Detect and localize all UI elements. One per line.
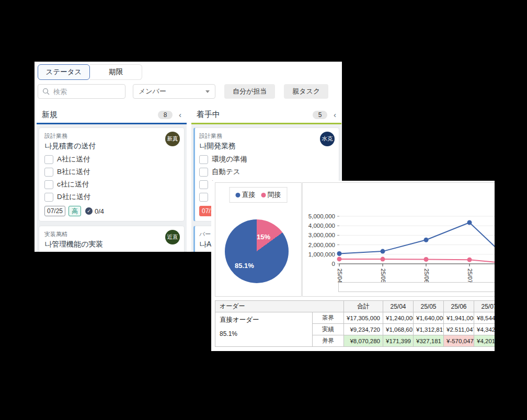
checklist-item: 自動テス: [199, 167, 334, 177]
member-dropdown[interactable]: メンバー: [133, 84, 215, 99]
checklist-progress: ✓0/4: [85, 207, 104, 215]
column-count-badge: 5: [313, 111, 327, 119]
checklist-item: B社に送付: [44, 167, 179, 177]
table-header-cell: 25/04: [383, 301, 414, 312]
value-cell: ¥171,399: [383, 335, 414, 347]
assignee-avatar: 新真: [165, 132, 180, 146]
search-input[interactable]: [52, 87, 117, 96]
card-title: 나開発業務: [199, 142, 334, 151]
table-header-order: オーダー: [215, 301, 344, 312]
member-dropdown-value: メンバー: [139, 87, 166, 96]
value-cell: ¥1,941,000: [444, 312, 474, 324]
card-category: 設計業務: [199, 132, 334, 140]
svg-text:25/04: 25/04: [337, 269, 343, 283]
checklist-item: A社に送付: [44, 155, 179, 164]
checkbox[interactable]: [44, 193, 53, 202]
search-icon: [42, 88, 50, 95]
collapse-chevron-icon[interactable]: ‹: [334, 111, 336, 119]
checklist-label: D社に送付: [57, 192, 90, 202]
pie-slice-label-indirect: 15%: [257, 233, 270, 241]
checklist-item: 環境の準備: [199, 155, 334, 164]
pie-slice-label-direct: 85.1%: [235, 262, 254, 270]
legend-dot-icon: [236, 193, 240, 197]
svg-text:5,000,000: 5,000,000: [308, 213, 335, 219]
assigned-to-me-button[interactable]: 自分が担当: [224, 84, 275, 99]
collapse-chevron-icon[interactable]: ‹: [179, 111, 181, 119]
row-label: 并界: [313, 335, 344, 347]
column-count-badge: 8: [158, 111, 173, 119]
task-card[interactable]: 設計業務新真나見積書の送付A社に送付B社に送付c社に送付D社に送付07/25高✓…: [39, 127, 185, 221]
column-header: 新規8‹: [37, 107, 187, 124]
order-summary-table: オーダー合計25/0425/0525/0625/07直接オーダー85.1%茶界¥…: [215, 300, 495, 347]
legend-label: 間接: [268, 190, 281, 200]
checkbox[interactable]: [44, 168, 53, 177]
column-header: 着手中5‹: [191, 107, 341, 124]
table-header-row: オーダー合計25/0425/0525/0625/07: [215, 301, 495, 312]
checkbox[interactable]: [199, 155, 208, 164]
search-box[interactable]: [38, 84, 125, 99]
checkbox[interactable]: [199, 168, 208, 177]
checkbox[interactable]: [44, 155, 53, 164]
progress-check-icon: ✓: [85, 207, 93, 215]
checklist-item: c社に送付: [44, 180, 179, 189]
svg-text:25/05: 25/05: [380, 269, 386, 283]
checklist-label: c社に送付: [57, 180, 89, 189]
value-cell: ¥9,234,720: [344, 324, 383, 335]
svg-text:2,000,000: 2,000,000: [308, 242, 335, 248]
datazoom-slider[interactable]: [338, 282, 495, 292]
value-cell: ¥2.511,047: [444, 324, 474, 335]
column-body: 設計業務新真나見積書の送付A社に送付B社に送付c社に送付D社に送付07/25高✓…: [37, 124, 187, 252]
table-header-cell: 25/05: [414, 301, 444, 312]
checkbox[interactable]: [44, 180, 53, 189]
value-cell: ¥17,305,000: [344, 312, 383, 324]
checkbox[interactable]: [199, 193, 208, 202]
table-header-cell: 25/06: [444, 301, 474, 312]
checklist-item: D社に送付: [44, 192, 179, 202]
priority-chip: 高: [68, 206, 81, 216]
svg-text:3,000,000: 3,000,000: [308, 232, 335, 238]
line-chart-card: 01,000,0002,000,0003,000,0004,000,0005,0…: [302, 182, 495, 297]
column-title: 着手中: [197, 110, 313, 120]
task-card[interactable]: 実装萬精近直나管理機能の実装08/01中: [39, 226, 185, 252]
svg-text:1,000,000: 1,000,000: [308, 251, 335, 258]
row-label: 茶界: [313, 312, 344, 324]
assignee-avatar: 水克: [320, 132, 335, 146]
table-row: 直接オーダー85.1%茶界¥17,305,000¥1,240,000¥1,640…: [215, 312, 495, 324]
tab-status[interactable]: ステータス: [38, 64, 90, 80]
value-cell: ¥1,240,000: [383, 312, 414, 324]
svg-text:25/06: 25/06: [423, 269, 430, 283]
value-cell: ¥8,544,000: [474, 312, 495, 324]
value-cell: ¥4,342,253: [474, 324, 495, 335]
value-cell: ¥4,201,747: [474, 335, 495, 347]
value-cell: ¥8,070,280: [344, 335, 383, 347]
progress-count: 0/4: [95, 207, 104, 215]
card-checklist: A社に送付B社に送付c社に送付D社に送付: [44, 155, 179, 202]
checklist-label: 環境の準備: [212, 155, 247, 164]
row-label: 実績: [313, 324, 344, 335]
legend-dot-icon: [261, 193, 266, 197]
tab-deadline[interactable]: 期限: [90, 64, 142, 80]
chart-legend: 直接間接: [230, 187, 288, 203]
card-title: 나管理機能の実装: [44, 240, 179, 249]
table-header-cell: 25/07: [474, 301, 495, 312]
legend-item-indirect[interactable]: 間接: [261, 190, 281, 200]
due-date-chip: 07/25: [44, 206, 65, 216]
value-cell: ¥-570,047: [444, 335, 474, 347]
card-category: 実装萬精: [44, 230, 179, 238]
line-chart: 01,000,0002,000,0003,000,0004,000,0005,0…: [303, 183, 495, 297]
svg-text:0: 0: [332, 261, 335, 267]
chevron-down-icon: [205, 90, 210, 93]
assignee-avatar: 近直: [165, 230, 180, 244]
value-cell: ¥1,640,000: [414, 312, 444, 324]
value-cell: ¥327,181: [414, 335, 444, 347]
column-title: 新規: [42, 110, 158, 120]
table-header-cell: 合計: [344, 301, 383, 312]
checkbox[interactable]: [199, 180, 208, 189]
parent-task-button[interactable]: 親タスク: [284, 84, 328, 99]
board-column: 新規8‹設計業務新真나見積書の送付A社に送付B社に送付c社に送付D社に送付07/…: [37, 107, 187, 252]
checklist-label: A社に送付: [57, 155, 90, 164]
legend-item-direct[interactable]: 直接: [236, 190, 256, 200]
dashboard-window: 直接間接 15% 85.1% 01,000,0002,000,0003,000,…: [211, 181, 495, 351]
card-title: 나見積書の送付: [44, 142, 179, 151]
checklist-label: B社に送付: [57, 167, 90, 177]
